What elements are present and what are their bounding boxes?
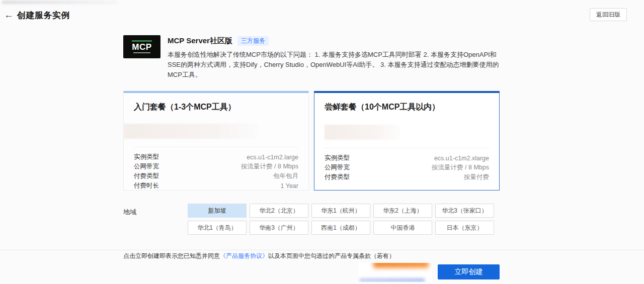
page-header: ← 创建服务实例 返回旧版 bbox=[0, 0, 644, 28]
mcp-logo: MCP bbox=[123, 35, 160, 58]
plan-cards: 入门套餐（1-3个MCP工具） 实例类型 ecs.u1-c1m2.large 公… bbox=[123, 91, 500, 191]
third-party-badge: 三方服务 bbox=[237, 36, 269, 46]
service-agreement-link[interactable]: 《产品服务协议》 bbox=[220, 252, 268, 259]
detail-label: 实例类型 bbox=[325, 154, 350, 162]
agreement-text: 点击立即创建即表示您已知悉并同意《产品服务协议》以及本页面中您勾选过的产品专属条… bbox=[123, 252, 500, 260]
redacted-total-price bbox=[358, 263, 432, 282]
region-option-singapore[interactable]: 新加坡 bbox=[188, 204, 247, 218]
agreement-suffix: 以及本页面中您勾选过的产品专属条款（若有） bbox=[268, 252, 395, 259]
detail-label: 实例类型 bbox=[134, 153, 159, 161]
detail-label: 付费类型 bbox=[134, 172, 159, 180]
detail-row: 付费时长 1 Year bbox=[134, 181, 298, 191]
logo-top-line bbox=[132, 40, 152, 42]
detail-label: 付费时长 bbox=[134, 181, 159, 190]
detail-value: 1 Year bbox=[281, 182, 298, 190]
region-option-guangzhou[interactable]: 华南3（广州） bbox=[250, 221, 308, 235]
detail-value: 按流量计费 / 8 Mbps bbox=[241, 162, 298, 171]
plan-title: 入门套餐（1-3个MCP工具） bbox=[134, 102, 298, 113]
detail-label: 公网带宽 bbox=[134, 162, 159, 171]
return-old-version-button[interactable]: 返回旧版 bbox=[590, 8, 627, 21]
detail-value: 包年包月 bbox=[273, 172, 298, 180]
region-option-zhangjiakou[interactable]: 华北3（张家口） bbox=[435, 204, 494, 218]
logo-sub-line bbox=[133, 52, 150, 53]
redacted-price-detail-blur bbox=[359, 278, 425, 282]
plan-card-trial-selected[interactable]: 尝鲜套餐（10个MCP工具以内） 实例类型 ecs.u1-c1m2.xlarge… bbox=[314, 91, 500, 191]
region-options: 新加坡 华北2（北京） 华东1（杭州） 华东2（上海） 华北3（张家口） 华北1… bbox=[188, 204, 494, 235]
redacted-price-amount-blur bbox=[373, 263, 429, 268]
footer-divider bbox=[0, 250, 644, 250]
product-header: MCP MCP Server社区版 三方服务 本服务创造性地解决了传统MCP市场… bbox=[123, 35, 500, 80]
detail-row: 实例类型 ecs.u1-c1m2.xlarge bbox=[325, 153, 489, 163]
detail-label: 公网带宽 bbox=[325, 163, 350, 172]
plan-card-starter[interactable]: 入门套餐（1-3个MCP工具） 实例类型 ecs.u1-c1m2.large 公… bbox=[123, 91, 309, 191]
redacted-breadcrumb-blur bbox=[2, 1, 118, 4]
logo-text: MCP bbox=[132, 43, 151, 51]
redacted-price-blur bbox=[124, 124, 258, 139]
detail-value: ecs.u1-c1m2.large bbox=[247, 154, 298, 161]
card-divider bbox=[325, 148, 489, 148]
redacted-price-blur bbox=[325, 125, 400, 140]
detail-row: 付费类型 包年包月 bbox=[134, 171, 298, 181]
agreement-prefix: 点击立即创建即表示您已知悉并同意 bbox=[123, 252, 220, 259]
main-content: MCP MCP Server社区版 三方服务 本服务创造性地解决了传统MCP市场… bbox=[123, 35, 500, 260]
region-option-hongkong[interactable]: 中国香港 bbox=[373, 221, 432, 235]
region-option-beijing[interactable]: 华北2（北京） bbox=[250, 204, 308, 218]
region-option-chengdu[interactable]: 西南1（成都） bbox=[311, 221, 370, 235]
region-section: 地域 新加坡 华北2（北京） 华东1（杭州） 华东2（上海） 华北3（张家口） … bbox=[123, 204, 500, 235]
back-arrow-icon[interactable]: ← bbox=[4, 9, 14, 21]
create-now-button[interactable]: 立即创建 bbox=[438, 264, 500, 279]
card-divider bbox=[134, 147, 298, 147]
region-option-tokyo[interactable]: 日本（东京） bbox=[435, 221, 494, 235]
region-option-shanghai[interactable]: 华东2（上海） bbox=[373, 204, 432, 218]
product-description: 本服务创造性地解决了传统MCP市场的以下问题： 1. 本服务支持多选MCP工具同… bbox=[168, 50, 506, 80]
region-option-hangzhou[interactable]: 华东1（杭州） bbox=[311, 204, 370, 218]
plan-details: 实例类型 ecs.u1-c1m2.xlarge 公网带宽 按流量计费 / 8 M… bbox=[325, 153, 489, 182]
detail-row: 实例类型 ecs.u1-c1m2.large bbox=[134, 152, 298, 162]
plan-details: 实例类型 ecs.u1-c1m2.large 公网带宽 按流量计费 / 8 Mb… bbox=[134, 152, 298, 191]
region-option-qingdao[interactable]: 华北1（青岛） bbox=[188, 221, 247, 235]
detail-row: 公网带宽 按流量计费 / 8 Mbps bbox=[134, 162, 298, 171]
detail-row: 公网带宽 按流量计费 / 8 Mbps bbox=[325, 163, 489, 172]
detail-value: 按量付费 bbox=[464, 173, 489, 181]
detail-value: 按流量计费 / 8 Mbps bbox=[432, 163, 489, 172]
detail-label: 付费类型 bbox=[325, 173, 350, 181]
page-title: 创建服务实例 bbox=[17, 10, 70, 21]
detail-value: ecs.u1-c1m2.xlarge bbox=[434, 155, 489, 162]
detail-row: 付费类型 按量付费 bbox=[325, 172, 489, 182]
product-info: MCP Server社区版 三方服务 本服务创造性地解决了传统MCP市场的以下问… bbox=[168, 35, 506, 80]
plan-title: 尝鲜套餐（10个MCP工具以内） bbox=[325, 102, 489, 113]
product-name: MCP Server社区版 bbox=[168, 36, 232, 46]
region-label: 地域 bbox=[123, 204, 188, 235]
